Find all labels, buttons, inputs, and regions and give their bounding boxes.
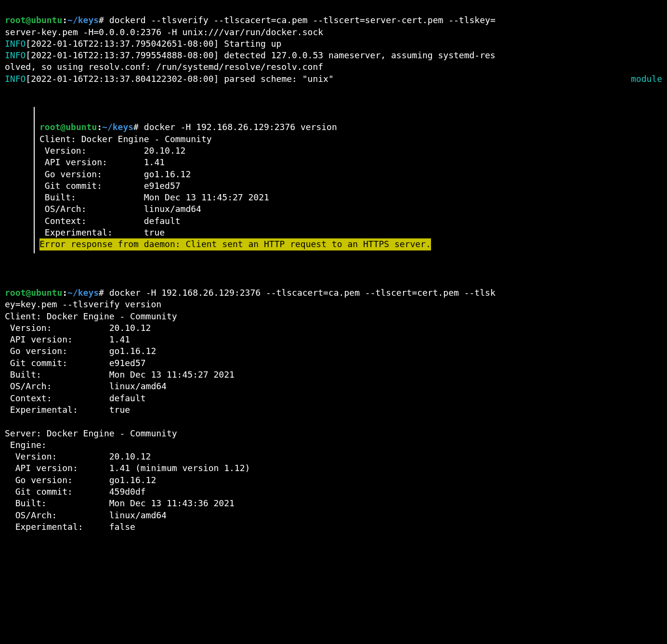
row-git: Git commit: e91ed57 (39, 181, 181, 191)
terminal-block-1[interactable]: root@ubuntu:~/keys# dockerd --tlsverify … (0, 0, 667, 88)
prompt-at: @ (26, 15, 31, 25)
client-header: Client: Docker Engine - Community (39, 134, 212, 144)
prompt-colon: : (62, 288, 67, 298)
info-label: INFO (5, 74, 26, 84)
info-label: INFO (5, 50, 26, 60)
prompt-at: @ (26, 288, 31, 298)
cmd-line-1: dockerd --tlsverify --tlscacert=ca.pem -… (104, 15, 496, 25)
prompt-hash: # (99, 288, 104, 298)
terminal-block-3[interactable]: root@ubuntu:~/keys# docker -H 192.168.26… (0, 273, 667, 536)
prompt-colon: : (62, 15, 67, 25)
module-label: module (631, 73, 662, 85)
prompt-host: ubuntu (31, 15, 62, 25)
info-ts: [2022-01-16T22:13:37.795042651-08:00] (26, 39, 224, 49)
row-version: Version: 20.10.12 (39, 145, 185, 156)
client-osarch: OS/Arch: linux/amd64 (5, 381, 167, 391)
client-go: Go version: go1.16.12 (5, 346, 156, 356)
prompt-host: ubuntu (65, 122, 97, 132)
server-header: Server: Docker Engine - Community (5, 428, 177, 438)
info-ts: [2022-01-16T22:13:37.799554888-08:00] (26, 50, 224, 60)
terminal-block-2[interactable]: root@ubuntu:~/keys# docker -H 192.168.26… (34, 107, 520, 253)
server-git: Git commit: 459d0df (5, 486, 146, 497)
prompt-user: root (5, 288, 26, 298)
server-go: Go version: go1.16.12 (5, 475, 156, 485)
cmd-line-2: ey=key.pem --tlsverify version (5, 299, 161, 309)
info-msg: Starting up (224, 39, 281, 49)
cmd-line-2: server-key.pem -H=0.0.0.0:2376 -H unix:/… (5, 27, 323, 37)
server-version: Version: 20.10.12 (5, 451, 151, 461)
prompt: root@ubuntu:~/keys# (39, 122, 139, 132)
server-api: API version: 1.41 (minimum version 1.12) (5, 463, 250, 473)
client-context: Context: default (5, 393, 146, 403)
prompt: root@ubuntu:~/keys# (5, 15, 104, 25)
prompt: root@ubuntu:~/keys# (5, 288, 104, 298)
row-api: API version: 1.41 (39, 157, 165, 167)
info-msg: parsed scheme: "unix" (224, 74, 334, 84)
prompt-host: ubuntu (31, 288, 62, 298)
row-built: Built: Mon Dec 13 11:45:27 2021 (39, 192, 269, 202)
prompt-colon: : (97, 122, 102, 132)
client-git: Git commit: e91ed57 (5, 358, 146, 368)
prompt-hash: # (99, 15, 104, 25)
prompt-user: root (39, 122, 60, 132)
engine-header: Engine: (5, 440, 47, 450)
prompt-user: root (5, 15, 26, 25)
row-context: Context: default (39, 216, 181, 226)
client-header: Client: Docker Engine - Community (5, 311, 177, 321)
client-built: Built: Mon Dec 13 11:45:27 2021 (5, 369, 235, 380)
info-msg: detected 127.0.0.53 nameserver, assuming… (224, 50, 496, 60)
row-go: Go version: go1.16.12 (39, 169, 191, 179)
error-line: Error response from daemon: Client sent … (39, 238, 431, 250)
client-version: Version: 20.10.12 (5, 323, 151, 333)
prompt-at: @ (60, 122, 65, 132)
server-osarch: OS/Arch: linux/amd64 (5, 510, 167, 520)
server-experimental: Experimental: false (5, 522, 135, 532)
prompt-hash: # (133, 122, 139, 132)
client-api: API version: 1.41 (5, 334, 130, 344)
row-experimental: Experimental: true (39, 227, 165, 237)
server-built: Built: Mon Dec 13 11:43:36 2021 (5, 498, 235, 508)
cmd-line: docker -H 192.168.26.129:2376 version (139, 122, 337, 132)
row-osarch: OS/Arch: linux/amd64 (39, 204, 201, 214)
prompt-path: ~/keys (67, 15, 99, 25)
prompt-path: ~/keys (102, 122, 133, 132)
info-cont: olved, so using resolv.conf: /run/system… (5, 62, 323, 72)
info-ts: [2022-01-16T22:13:37.804122302-08:00] (26, 74, 224, 84)
cmd-line-1: docker -H 192.168.26.129:2376 --tlscacer… (104, 288, 496, 298)
prompt-path: ~/keys (67, 288, 99, 298)
info-label: INFO (5, 39, 26, 49)
client-experimental: Experimental: true (5, 405, 130, 415)
